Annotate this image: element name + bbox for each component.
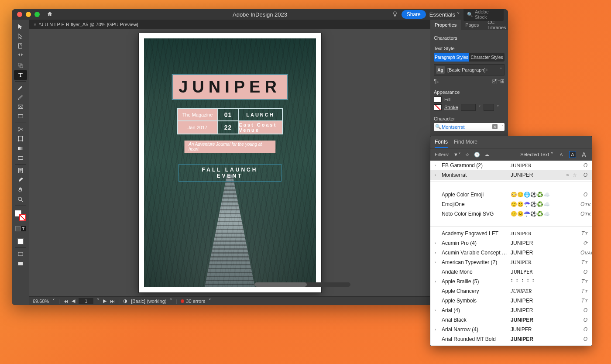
hand-tool[interactable] (14, 185, 27, 195)
eyedropper-tool[interactable] (14, 175, 27, 185)
apply-color[interactable] (14, 237, 27, 246)
font-list-item[interactable]: Apple Color Emoji😳😔🌐⚽♻️☁️O (430, 190, 592, 199)
font-list-item[interactable]: ›American Typewriter (7)JUNIPERTᴛ (430, 258, 592, 267)
font-list-item[interactable]: ›EB Garamond (2)JUNIPERO (430, 161, 592, 170)
note-tool[interactable] (14, 166, 27, 175)
font-list-item[interactable]: Noto Color Emoji SVG🙂☹️☂️⚽♻️☁️Oᴛᴋ (430, 209, 592, 219)
add-style-icon[interactable]: ⊞ (500, 78, 505, 84)
stroke-type-dropdown[interactable] (484, 104, 494, 111)
document-tab[interactable]: × *J U N I P E R flyer_A5 @ 70% [GPU Pre… (29, 22, 143, 27)
expand-family-icon[interactable]: › (435, 279, 438, 284)
gradient-feather-tool[interactable] (14, 153, 27, 163)
paragraph-settings-icon[interactable]: ¶₊ (434, 78, 439, 84)
chevron-down-icon[interactable]: ˅ (478, 105, 481, 110)
scissors-tool[interactable] (14, 124, 27, 134)
direct-selection-tool[interactable] (14, 32, 27, 41)
filter-classification-icon[interactable]: ▼˅ (453, 152, 461, 158)
expand-family-icon[interactable]: › (435, 327, 438, 332)
format-container-text-toggle[interactable]: T (14, 224, 27, 234)
fill-swatch[interactable] (434, 96, 442, 103)
expand-family-icon[interactable]: › (435, 163, 438, 168)
font-list-item[interactable]: ›Arial Narrow (4)JUNIPERO (430, 325, 592, 334)
last-page-button[interactable]: ⏭ (110, 299, 115, 304)
font-family-input[interactable]: 🔍 × ˅ (434, 123, 505, 131)
headline-text-frame[interactable]: JUNIPER (172, 75, 287, 99)
pen-tool[interactable] (14, 83, 27, 93)
gap-tool[interactable] (14, 51, 27, 61)
subtab-paragraph-styles[interactable]: Paragraph Styles (434, 53, 469, 62)
zoom-tool[interactable] (14, 195, 27, 204)
sample-text-dropdown[interactable]: Selected Text ˅ (520, 152, 553, 158)
zoom-level[interactable]: 69.68% (33, 299, 49, 304)
tab-cc-libraries[interactable]: CC Libraries (483, 20, 508, 30)
filter-recent-icon[interactable]: 🕓 (474, 152, 480, 158)
sample-size-medium[interactable]: A (569, 151, 576, 158)
content-collector-tool[interactable] (14, 61, 27, 70)
font-list-item[interactable]: Apple ChanceryJUNIPERTᴛ (430, 286, 592, 296)
filter-activated-icon[interactable]: ☁ (484, 152, 489, 158)
expand-family-icon[interactable]: › (435, 173, 438, 177)
preflight-icon[interactable]: ◑ (123, 298, 127, 304)
font-list-item[interactable]: Apple SymbolsJUNIPERTᴛ (430, 296, 592, 306)
rectangle-frame-tool[interactable] (14, 102, 27, 112)
font-list-item[interactable]: EmojiOne🙂☹️☂️⚽♻️☁️Oᴛᴋ (430, 199, 592, 209)
workspace-dropdown[interactable]: Essentials ˅ (429, 11, 460, 18)
font-list-item[interactable]: ›Acumin Variable Concept (91)JUNIPEROᴠᴀʀ (430, 248, 592, 258)
minimize-window-button[interactable] (26, 12, 31, 17)
free-transform-tool[interactable] (14, 134, 27, 144)
chevron-down-icon[interactable]: ˅ (97, 298, 100, 304)
expand-family-icon[interactable]: › (435, 308, 438, 312)
font-list-item[interactable]: ›Apple Braille (5)⠃ ⠃ ⠃ ⠃ ⠃Tᴛ (430, 277, 592, 286)
chevron-down-icon[interactable]: ˅ (497, 105, 499, 110)
gradient-swatch-tool[interactable] (14, 144, 27, 153)
event-label-text-frame[interactable]: FALL LAUNCH EVENT (178, 164, 281, 182)
info-grid[interactable]: The Magazine 01 LAUNCH Jan 2017 22 East … (177, 108, 283, 134)
font-list-item[interactable]: ›Arial (4)JUNIPERO (430, 306, 592, 315)
selection-tool[interactable] (14, 22, 27, 32)
chevron-down-icon[interactable]: ˅ (170, 298, 172, 304)
home-icon[interactable] (47, 11, 53, 18)
clear-overrides-icon[interactable]: ¶⁻ (495, 78, 500, 84)
stroke-weight-input[interactable] (461, 104, 476, 111)
type-tool[interactable] (14, 70, 27, 80)
font-list-item[interactable]: Andale MonoJUNIPERO (430, 267, 592, 277)
font-list[interactable]: ›EB Garamond (2)JUNIPERO›MontserratJUNIP… (430, 161, 592, 346)
tagline-text-frame[interactable]: An Adventure Journal for the young at he… (184, 141, 275, 153)
errors-count[interactable]: 30 errors (186, 299, 205, 304)
view-mode-preview[interactable] (14, 259, 27, 268)
similar-fonts-icon[interactable]: ≈ (566, 172, 569, 178)
adobe-stock-search[interactable]: 🔍 Adobe Stock (463, 9, 504, 21)
prev-page-button[interactable]: ◀ (72, 298, 75, 304)
font-list-item[interactable]: ›Acumin Pro (4)JUNIPER⟳ (430, 238, 592, 248)
font-list-item[interactable]: Arial Rounded MT BoldJUNIPERO (430, 334, 592, 344)
view-mode-normal[interactable] (14, 249, 27, 259)
close-window-button[interactable] (17, 12, 22, 17)
chevron-down-icon[interactable]: ˅ (52, 298, 55, 304)
page-tool[interactable] (14, 41, 27, 51)
maximize-window-button[interactable] (34, 12, 40, 17)
expand-family-icon[interactable]: › (435, 260, 438, 264)
filter-favorites-icon[interactable]: ☆ (465, 152, 470, 158)
tab-properties[interactable]: Properties (430, 20, 461, 30)
share-button[interactable]: Share (402, 10, 426, 19)
horizontal-scrollbar[interactable] (158, 282, 424, 288)
paragraph-style-status[interactable]: [Basic] (working) (131, 299, 166, 304)
canvas[interactable]: JUNIPER The Magazine 01 LAUNCH Jan 2017 … (29, 29, 430, 296)
favorite-star-icon[interactable]: ☆ (573, 172, 577, 178)
font-list-item[interactable]: Academy Engraved LETJUNIPERTᴛ (430, 229, 592, 238)
page-input[interactable]: 1 (79, 298, 93, 304)
font-list-item[interactable]: ›MontserratJUNIPER≈☆O (430, 170, 592, 180)
new-style-icon[interactable]: ⎘ (492, 78, 495, 84)
tab-fonts[interactable]: Fonts (435, 139, 448, 148)
rectangle-tool[interactable] (14, 112, 27, 121)
chevron-down-icon[interactable]: ˅ (209, 298, 211, 304)
next-page-button[interactable]: ▶ (103, 298, 106, 304)
close-tab-icon[interactable]: × (34, 22, 36, 27)
first-page-button[interactable]: ⏮ (63, 299, 68, 304)
sample-size-small[interactable]: A (558, 151, 565, 158)
expand-family-icon[interactable]: › (435, 251, 438, 255)
tab-pages[interactable]: Pages (461, 20, 483, 30)
subtab-character-styles[interactable]: Character Styles (469, 53, 505, 62)
clear-input-icon[interactable]: × (492, 124, 498, 129)
stroke-swatch[interactable] (434, 104, 442, 110)
